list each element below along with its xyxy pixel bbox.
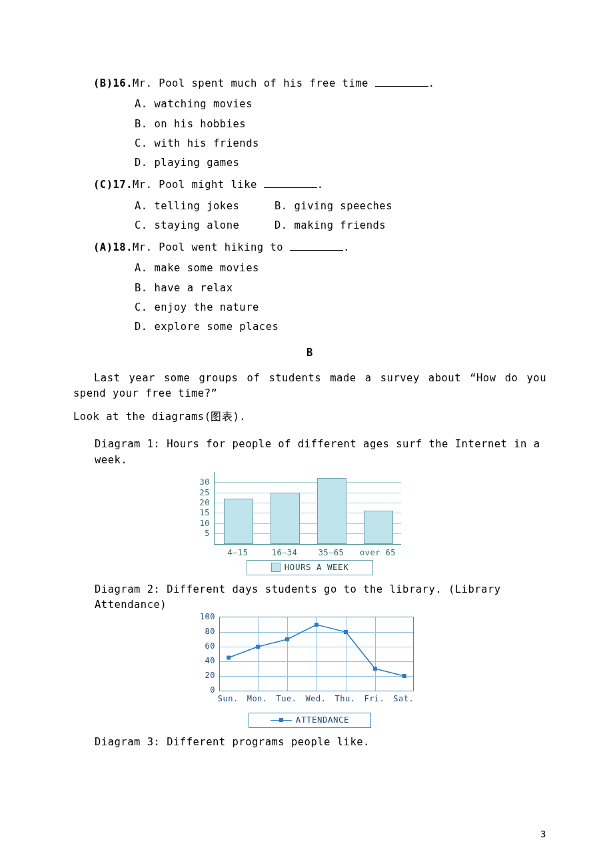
diagram-2-caption: Diagram 2: Different days students go to… [95,582,546,613]
q16-stem-pre: Mr. Pool spent much of his free time [133,77,375,89]
q17-option-c: C. staying alone [135,218,275,233]
svg-rect-6 [402,674,406,678]
svg-rect-4 [344,630,348,634]
diagram-3-caption: Diagram 3: Different programs people lik… [95,735,546,750]
blank [264,178,317,188]
svg-rect-5 [373,667,377,671]
q17-option-d: D. making friends [275,218,386,233]
bar [317,478,346,544]
q18-stem-post: . [343,241,350,253]
bar-y-tick: 30 [190,476,210,488]
bar-y-tick: 10 [190,517,210,529]
q18-prefix: (A)18. [93,241,133,253]
q17-row-ab: A. telling jokes B. giving speeches [135,199,546,214]
legend-line-marker-icon [271,718,292,722]
passage-line-2: Look at the diagrams(图表). [73,409,546,425]
question-17: (C)17.Mr. Pool might like . A. telling j… [73,177,546,233]
line-y-tick: 80 [190,625,215,637]
line-x-tick: Thu. [330,693,360,705]
q16-prefix: (B)16. [93,77,133,89]
page-number: 3 [540,827,546,841]
q17-option-a: A. telling jokes [135,199,275,214]
q18-stem: (A)18.Mr. Pool went hiking to . [93,240,546,255]
bar-x-tick: 35–65 [312,547,350,559]
bar [364,511,393,543]
diagram-2-chart: 020406080100Sun.Mon.Tue.Wed.Thu.Fri.Sat.… [190,617,430,728]
line-y-tick: 100 [190,611,215,623]
q16-stem: (B)16.Mr. Pool spent much of his free ti… [93,76,546,91]
bar-legend-label: HOURS A WEEK [285,561,348,574]
bar-x-tick: 4–15 [219,547,257,559]
bar-y-tick: 20 [190,497,210,509]
bar-y-tick: 15 [190,507,210,519]
bar [224,499,253,544]
blank [290,241,343,251]
bar-y-tick: 5 [190,527,210,539]
line-y-tick: 0 [190,684,215,696]
svg-rect-1 [256,645,260,649]
q18-option-c: C. enjoy the nature [135,300,546,315]
svg-rect-3 [314,623,318,627]
bar-x-tick: over 65 [359,547,396,559]
line-x-tick: Fri. [360,693,389,705]
svg-rect-2 [285,637,289,641]
q18-option-b: B. have a relax [135,281,546,296]
line-y-tick: 20 [190,669,215,681]
q16-stem-post: . [428,77,435,89]
q16-option-d: D. playing games [135,155,546,171]
bar-chart-legend: HOURS A WEEK [247,560,373,575]
bar [271,493,300,544]
question-16: (B)16.Mr. Pool spent much of his free ti… [73,76,546,171]
q17-stem: (C)17.Mr. Pool might like . [93,177,546,193]
line-x-tick: Mon. [243,693,272,705]
q17-prefix: (C)17. [93,179,133,191]
line-y-tick: 40 [190,655,215,667]
line-x-tick: Tue. [272,693,301,705]
q17-option-b: B. giving speeches [275,199,392,214]
line-y-tick: 60 [190,640,215,652]
legend-swatch-icon [271,563,281,572]
diagram-1-caption: Diagram 1: Hours for people of different… [95,437,546,468]
section-b-heading: B [73,345,546,361]
question-18: (A)18.Mr. Pool went hiking to . A. make … [73,240,546,335]
passage-line-1: Last year some groups of students made a… [73,371,546,402]
bar-y-tick: 25 [190,487,210,499]
q17-row-cd: C. staying alone D. making friends [135,218,546,233]
line-x-tick: Sat. [389,693,418,705]
diagram-1-chart: 510152025304–1516–3435–65over 65 HOURS A… [190,472,430,575]
line-x-tick: Wed. [301,693,330,705]
q16-option-b: B. on his hobbies [135,117,546,132]
blank [375,77,428,87]
q16-option-a: A. watching movies [135,97,546,112]
q17-stem-pre: Mr. Pool might like [133,179,264,191]
line-x-tick: Sun. [213,693,243,705]
line-legend-label: ATTENDANCE [296,714,349,727]
q17-stem-post: . [317,179,324,191]
q18-option-d: D. explore some places [135,319,546,335]
q18-option-a: A. make some movies [135,261,546,276]
q18-stem-pre: Mr. Pool went hiking to [133,241,290,253]
q16-option-c: C. with his friends [135,136,546,151]
line-chart-legend: ATTENDANCE [249,713,371,728]
svg-rect-0 [227,656,231,660]
bar-x-tick: 16–34 [266,547,303,559]
